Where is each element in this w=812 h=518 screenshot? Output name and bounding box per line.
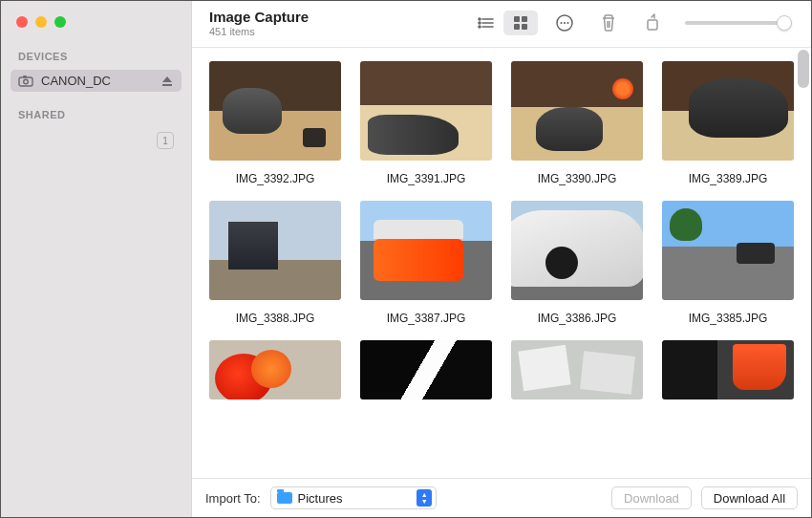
select-arrows-icon: ▲▼ (417, 489, 432, 507)
thumbnail-image (511, 340, 643, 399)
sidebar-section-devices: DEVICES (1, 45, 191, 68)
list-icon (478, 16, 495, 30)
svg-rect-13 (522, 24, 527, 30)
rotate-icon (643, 13, 662, 32)
rotate-button[interactable] (635, 11, 670, 35)
download-all-button[interactable]: Download All (701, 486, 798, 509)
main-pane: Image Capture 451 items (192, 1, 811, 517)
delete-button[interactable] (591, 11, 626, 35)
thumbnail-item[interactable]: IMG_3389.JPG (662, 61, 794, 185)
app-window: DEVICES CANON_DC SHARED 1 Image Capture … (1, 1, 811, 517)
title-block: Image Capture 451 items (209, 9, 309, 37)
thumbnail-item[interactable]: IMG_3391.JPG (360, 61, 492, 185)
thumbnail-image (209, 61, 341, 161)
svg-point-8 (479, 22, 481, 24)
app-title: Image Capture (209, 9, 309, 25)
thumbnail-caption: IMG_3385.JPG (689, 312, 768, 325)
svg-rect-0 (19, 77, 32, 86)
sidebar-shared-row: 1 (11, 128, 182, 153)
import-to-label: Import To: (205, 491, 261, 506)
sidebar: DEVICES CANON_DC SHARED 1 (1, 1, 192, 517)
thumbnail-item[interactable]: IMG_3387.JPG (360, 201, 492, 325)
svg-point-17 (566, 22, 568, 24)
zoom-button[interactable] (54, 16, 66, 28)
thumbnail-image (511, 61, 643, 161)
item-count: 451 items (209, 26, 309, 37)
minimize-button[interactable] (35, 16, 47, 28)
svg-point-16 (564, 22, 566, 24)
device-label: CANON_DC (41, 74, 111, 88)
thumbnail-item[interactable] (209, 340, 341, 399)
thumbnail-item[interactable]: IMG_3385.JPG (662, 201, 794, 325)
svg-point-15 (560, 22, 562, 24)
thumbnail-size-slider[interactable] (685, 21, 790, 25)
svg-rect-20 (648, 20, 657, 30)
ellipsis-circle-icon (555, 13, 574, 32)
eject-icon[interactable] (160, 75, 174, 88)
thumbnail-item[interactable]: IMG_3386.JPG (511, 201, 643, 325)
thumbnail-caption: IMG_3392.JPG (236, 172, 315, 185)
close-button[interactable] (16, 16, 28, 28)
thumbnail-caption: IMG_3390.JPG (538, 172, 617, 185)
shared-count-badge: 1 (157, 132, 174, 149)
slider-knob[interactable] (777, 15, 792, 31)
svg-rect-11 (522, 16, 527, 22)
svg-rect-3 (162, 84, 172, 86)
bottom-bar: Import To: Pictures ▲▼ Download Download… (192, 478, 811, 517)
grid-view-button[interactable] (503, 11, 538, 35)
thumbnail-image (360, 340, 492, 399)
grid-icon (513, 15, 528, 31)
sidebar-section-shared: SHARED (1, 103, 191, 126)
svg-rect-10 (514, 16, 520, 22)
svg-point-7 (479, 18, 481, 20)
download-button[interactable]: Download (611, 486, 692, 509)
thumbnail-image (360, 201, 492, 300)
thumbnail-grid: IMG_3392.JPG IMG_3391.JPG IMG_3390.JPG I… (209, 61, 794, 399)
thumbnail-image (360, 61, 492, 161)
thumbnail-caption: IMG_3389.JPG (689, 172, 768, 185)
thumbnail-image (662, 201, 794, 300)
thumbnail-image (511, 201, 643, 300)
thumbnail-image (662, 61, 794, 161)
more-options-button[interactable] (547, 11, 582, 35)
toolbar: Image Capture 451 items (192, 1, 811, 48)
thumbnail-image (209, 201, 341, 300)
list-view-button[interactable] (469, 11, 503, 35)
svg-rect-12 (514, 24, 520, 30)
thumbnail-grid-container[interactable]: IMG_3392.JPG IMG_3391.JPG IMG_3390.JPG I… (192, 48, 811, 478)
trash-icon (600, 13, 617, 32)
thumbnail-image (209, 340, 341, 399)
camera-icon (18, 75, 33, 88)
folder-icon (277, 492, 292, 504)
scrollbar[interactable] (798, 50, 809, 88)
window-controls (1, 12, 191, 45)
import-destination-select[interactable]: Pictures ▲▼ (270, 486, 438, 509)
destination-label: Pictures (298, 491, 343, 506)
thumbnail-item[interactable]: IMG_3388.JPG (209, 201, 341, 325)
svg-point-9 (479, 26, 481, 28)
thumbnail-item[interactable] (511, 340, 643, 399)
svg-point-1 (24, 79, 29, 84)
svg-rect-2 (23, 76, 27, 78)
thumbnail-caption: IMG_3387.JPG (387, 312, 466, 325)
thumbnail-item[interactable]: IMG_3392.JPG (209, 61, 341, 185)
thumbnail-caption: IMG_3386.JPG (538, 312, 617, 325)
thumbnail-item[interactable] (360, 340, 492, 399)
thumbnail-image (662, 340, 794, 399)
sidebar-item-device[interactable]: CANON_DC (11, 70, 182, 92)
thumbnail-caption: IMG_3391.JPG (387, 172, 466, 185)
view-mode-segment (469, 11, 538, 35)
thumbnail-item[interactable] (662, 340, 794, 399)
thumbnail-item[interactable]: IMG_3390.JPG (511, 61, 643, 185)
thumbnail-caption: IMG_3388.JPG (236, 312, 315, 325)
